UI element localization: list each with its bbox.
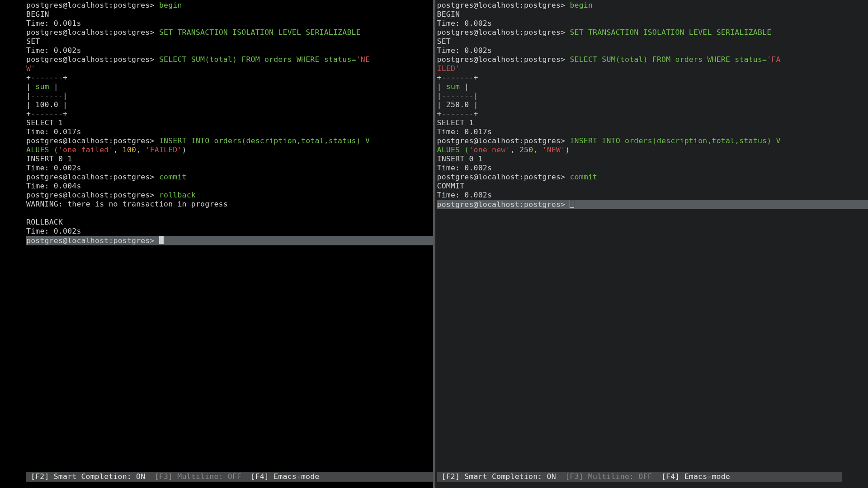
lit-desc: 'one new' [469, 145, 510, 154]
table-row: | 100.0 | [26, 100, 433, 109]
status-f2: [F2] Smart Completion: ON [442, 472, 556, 481]
sep: , [113, 145, 123, 154]
prompt: postgres@localhost:postgres> [437, 200, 570, 209]
resp-insert: INSERT 0 1 [437, 155, 868, 164]
terminal-right-pane[interactable]: postgres@localhost:postgres> begin BEGIN… [435, 0, 868, 488]
cmd-rollback: rollback [159, 191, 196, 199]
prompt: postgres@localhost:postgres> [26, 136, 159, 145]
time-insert: Time: 0.002s [26, 164, 433, 173]
split-panes: postgres@localhost:postgres> begin BEGIN… [0, 0, 868, 488]
prompt-input-line[interactable]: postgres@localhost:postgres> [437, 200, 868, 209]
lit-select-2: ILED' [437, 64, 460, 73]
cmd-insert: INSERT INTO orders(description,total,sta… [159, 136, 370, 145]
cmd-select: SELECT SUM(total) FROM orders WHERE stat… [159, 55, 356, 64]
time-commit: Time: 0.002s [437, 191, 868, 200]
prompt: postgres@localhost:postgres> [437, 173, 570, 181]
time-rollback: Time: 0.002s [26, 227, 433, 236]
time-begin: Time: 0.001s [26, 19, 433, 28]
resp-set: SET [26, 37, 433, 46]
lit-num: 100 [123, 145, 136, 154]
resp-insert: INSERT 0 1 [26, 155, 433, 164]
resp-begin: BEGIN [437, 10, 868, 19]
resp-set: SET [437, 37, 868, 46]
warn-rollback: WARNING: there is no transaction in prog… [26, 200, 433, 209]
prompt: postgres@localhost:postgres> [437, 28, 570, 37]
table-border-bot: +-------+ [26, 109, 433, 118]
status-f2: [F2] Smart Completion: ON [31, 472, 145, 481]
prompt: postgres@localhost:postgres> [26, 173, 159, 181]
tail-paren: ) [182, 145, 187, 154]
prompt: postgres@localhost:postgres> [437, 136, 570, 145]
cmd-insert-2: ALUES ( [437, 145, 469, 154]
cmd-begin: begin [159, 1, 182, 9]
table-border-top: +-------+ [437, 73, 868, 82]
cursor-icon [159, 236, 164, 244]
table-border-bot: +-------+ [437, 109, 868, 118]
time-commit: Time: 0.004s [26, 182, 433, 191]
terminal-left-content: postgres@localhost:postgres> begin BEGIN… [0, 1, 433, 245]
resp-commit: COMMIT [437, 182, 868, 191]
cmd-select: SELECT SUM(total) FROM orders WHERE stat… [570, 55, 767, 64]
status-f3: [F3] Multiline: OFF [565, 472, 652, 481]
cmd-commit: commit [570, 173, 597, 181]
time-set: Time: 0.002s [437, 46, 868, 55]
table-header: | sum | [26, 82, 433, 91]
prompt: postgres@localhost:postgres> [26, 191, 159, 199]
time-set: Time: 0.002s [26, 46, 433, 55]
table-sep: |-------| [26, 91, 433, 100]
status-f4: [F4] Emacs-mode [250, 472, 319, 481]
sep: , [136, 145, 145, 154]
time-select: Time: 0.017s [26, 127, 433, 136]
resp-select: SELECT 1 [437, 118, 868, 127]
table-row: | 250.0 | [437, 100, 868, 109]
cmd-begin: begin [570, 1, 593, 9]
resp-select: SELECT 1 [26, 118, 433, 127]
cmd-set-iso: SET TRANSACTION ISOLATION LEVEL SERIALIZ… [159, 28, 361, 37]
prompt: postgres@localhost:postgres> [26, 28, 159, 37]
status-f3: [F3] Multiline: OFF [155, 472, 242, 481]
resp-begin: BEGIN [26, 10, 433, 19]
time-begin: Time: 0.002s [437, 19, 868, 28]
lit-status: 'FAILED' [146, 145, 182, 154]
terminal-left-pane[interactable]: postgres@localhost:postgres> begin BEGIN… [0, 0, 433, 488]
prompt: postgres@localhost:postgres> [437, 1, 570, 9]
lit-status: 'NEW' [542, 145, 566, 154]
cmd-insert: INSERT INTO orders(description,total,sta… [570, 136, 780, 145]
lit-num: 250 [519, 145, 533, 154]
resp-rollback: ROLLBACK [26, 218, 433, 227]
tail-paren: ) [565, 145, 570, 154]
prompt: postgres@localhost:postgres> [26, 55, 159, 64]
cmd-set-iso: SET TRANSACTION ISOLATION LEVEL SERIALIZ… [570, 28, 771, 37]
sep: , [533, 145, 542, 154]
prompt: postgres@localhost:postgres> [26, 236, 159, 245]
time-select: Time: 0.017s [437, 127, 868, 136]
prompt: postgres@localhost:postgres> [437, 55, 570, 64]
blank [26, 209, 433, 218]
time-insert: Time: 0.002s [437, 164, 868, 173]
cmd-insert-2: ALUES ( [26, 145, 58, 154]
lit-select-2: W' [26, 64, 35, 73]
prompt: postgres@localhost:postgres> [26, 1, 159, 9]
cmd-commit: commit [159, 173, 187, 181]
lit-select-1: 'NE [356, 55, 370, 64]
status-bar-left: [F2] Smart Completion: ON [F3] Multiline… [26, 472, 433, 482]
status-bar-right: [F2] Smart Completion: ON [F3] Multiline… [437, 472, 842, 482]
table-border-top: +-------+ [26, 73, 433, 82]
lit-select-1: 'FA [767, 55, 780, 64]
lit-desc: 'one failed' [58, 145, 113, 154]
sep: , [510, 145, 519, 154]
status-f4: [F4] Emacs-mode [661, 472, 730, 481]
terminal-right-content: postgres@localhost:postgres> begin BEGIN… [435, 1, 868, 209]
table-header: | sum | [437, 82, 868, 91]
table-sep: |-------| [437, 91, 868, 100]
cursor-icon [570, 200, 574, 208]
prompt-input-line[interactable]: postgres@localhost:postgres> [26, 236, 433, 245]
